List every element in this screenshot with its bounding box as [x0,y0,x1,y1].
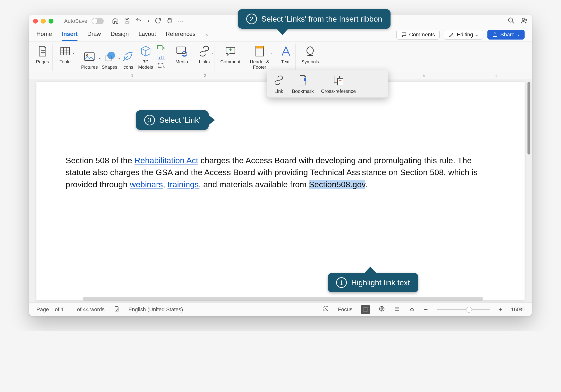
document-area: Section 508 of the Rehabilitation Act ch… [29,79,532,302]
link-label: Link [274,89,283,94]
link-menu-item[interactable]: Link [273,74,285,94]
focus-label[interactable]: Focus [338,306,352,313]
zoom-in-button[interactable]: + [499,306,502,313]
ruler-mark: 5 [422,73,425,78]
symbols-label: Symbols [301,59,319,64]
link-icon [273,74,285,86]
zoom-level[interactable]: 160% [511,306,525,313]
svg-point-1 [508,18,513,22]
document-page[interactable]: Section 508 of the Rehabilitation Act ch… [36,82,525,300]
doc-text: . [365,180,367,189]
ruler-mark: 6 [496,73,498,78]
doc-text: , [163,180,168,189]
maximize-window-button[interactable] [49,19,54,23]
links-button[interactable]: ⌄ Links [198,45,211,64]
header-footer-button[interactable]: ⌄ Header & Footer [250,45,269,70]
comment-bubble-icon [401,32,407,38]
comment-label: Comment [220,59,240,64]
table-button[interactable]: ⌄ Table [59,45,72,64]
text-icon [279,45,292,58]
bookmark-menu-item[interactable]: Bookmark [292,74,314,94]
models-button[interactable]: ⌄ 3D Models [138,45,153,70]
zoom-slider[interactable] [437,309,490,310]
text-button[interactable]: ⌄ Text [279,45,292,64]
outline-view-button[interactable] [394,306,400,313]
vertical-scrollbar[interactable] [528,82,530,155]
smartart-icon[interactable] [157,45,166,52]
chevron-down-icon: ⌄ [517,33,520,37]
svg-rect-9 [157,46,162,49]
share-button[interactable]: Share ⌄ [487,30,525,40]
search-icon[interactable] [507,17,515,25]
media-label: Media [175,59,188,64]
web-layout-view-button[interactable] [379,306,385,313]
print-layout-view-button[interactable] [361,305,370,314]
cross-reference-menu-item[interactable]: Cross-reference [321,74,356,94]
chevron-down-icon: ⌄ [118,56,121,60]
links-label: Links [199,59,210,64]
comment-button[interactable]: Comment [220,45,240,64]
chevron-down-icon: ⌄ [72,51,75,54]
tab-insert[interactable]: Insert [62,31,77,39]
pictures-button[interactable]: ⌄ Pictures [81,50,98,70]
callout-text: Highlight link text [351,278,410,287]
tab-references[interactable]: References [166,31,195,39]
minimize-window-button[interactable] [41,19,46,23]
media-button[interactable]: ⌄ Media [175,45,188,64]
svg-rect-4 [61,47,69,55]
link-trainings[interactable]: trainings [168,180,199,189]
chevron-down-icon: ⌄ [320,51,323,54]
tab-home[interactable]: Home [36,31,52,39]
chart-icon[interactable] [157,53,166,61]
tab-design[interactable]: Design [110,31,129,39]
zoom-out-button[interactable]: − [424,306,428,313]
save-icon[interactable] [124,17,130,25]
document-paragraph[interactable]: Section 508 of the Rehabilitation Act ch… [65,155,496,190]
editing-mode-button[interactable]: Editing ⌄ [444,30,483,40]
bookmark-icon [297,74,309,86]
focus-icon[interactable] [323,306,329,313]
svg-rect-15 [364,307,367,312]
home-icon[interactable] [112,17,119,25]
account-icon[interactable] [521,17,528,25]
autosave-label: AutoSave [64,18,87,24]
step-number-icon: 1 [336,277,347,288]
chevron-down-icon: ⌄ [98,56,101,60]
undo-dropdown-icon[interactable]: ▼ [147,20,150,23]
chevron-down-icon: ⌄ [189,51,192,54]
ruler-mark: 1 [131,73,133,78]
shapes-button[interactable]: ⌄ Shapes [102,50,117,70]
pages-button[interactable]: ⌄ Pages [36,45,49,64]
links-dropdown-menu: Link Bookmark Cross-reference [267,70,388,98]
link-webinars[interactable]: webinars [130,180,163,189]
screenshot-icon[interactable] [157,62,166,70]
icons-button[interactable]: Icons [121,50,134,70]
language-status[interactable]: English (United States) [129,306,183,313]
draft-view-button[interactable] [409,306,415,313]
pages-label: Pages [36,59,49,64]
chevron-down-icon: ⌄ [292,51,295,54]
autosave-toggle[interactable] [92,18,104,24]
undo-icon[interactable] [135,17,142,25]
word-count[interactable]: 1 of 44 words [73,306,105,313]
selected-text[interactable]: Section508.gov [309,180,365,189]
print-icon[interactable] [166,17,173,25]
callout-text: Select 'Link' [159,116,200,125]
more-tabs-icon[interactable]: ›› [205,31,209,38]
tab-draw[interactable]: Draw [87,31,101,39]
tab-layout[interactable]: Layout [139,31,156,39]
svg-point-6 [86,55,88,56]
pictures-label: Pictures [81,64,98,70]
horizontal-scrollbar[interactable] [83,297,483,300]
page-count[interactable]: Page 1 of 1 [36,306,64,313]
redo-icon[interactable] [155,17,162,25]
proofing-icon[interactable] [113,306,120,313]
comments-button[interactable]: Comments [396,30,440,40]
picture-icon [83,50,96,63]
link-rehabilitation-act[interactable]: Rehabilitation Act [135,156,198,165]
chevron-down-icon: ⌄ [153,51,156,54]
ruler-mark: 2 [204,73,206,78]
close-window-button[interactable] [33,19,38,23]
symbols-button[interactable]: ⌄ Symbols [301,45,319,64]
more-commands-icon[interactable]: ··· [178,18,184,24]
